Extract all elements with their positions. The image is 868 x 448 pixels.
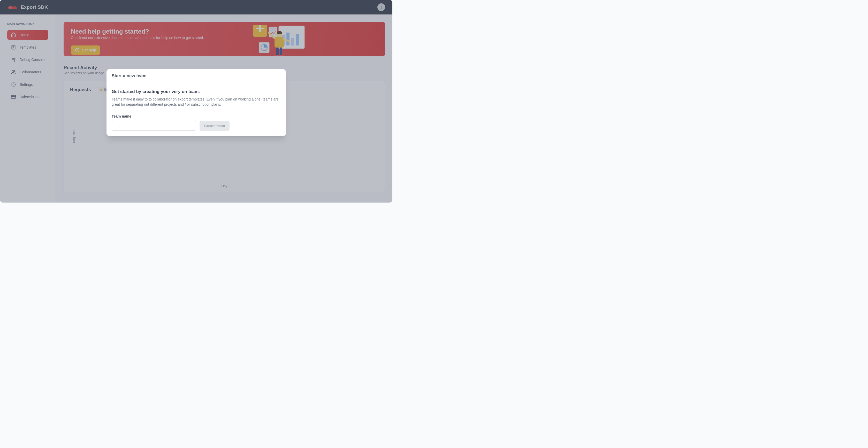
modal-header-title: Start a new team — [112, 73, 281, 78]
modal-body-title: Get started by creating your very on tea… — [112, 89, 281, 94]
modal-overlay[interactable]: Start a new team Get started by creating… — [0, 0, 392, 202]
modal-header: Start a new team — [106, 69, 286, 83]
team-name-label: Team name — [112, 114, 281, 118]
create-team-button[interactable]: Create team — [199, 121, 229, 131]
modal-body-desc: Teams make it easy to to collaborator on… — [112, 97, 281, 107]
form-row: Create team — [112, 121, 281, 131]
create-team-modal: Start a new team Get started by creating… — [106, 69, 286, 136]
team-name-input[interactable] — [112, 121, 196, 131]
modal-body: Get started by creating your very on tea… — [106, 83, 286, 136]
